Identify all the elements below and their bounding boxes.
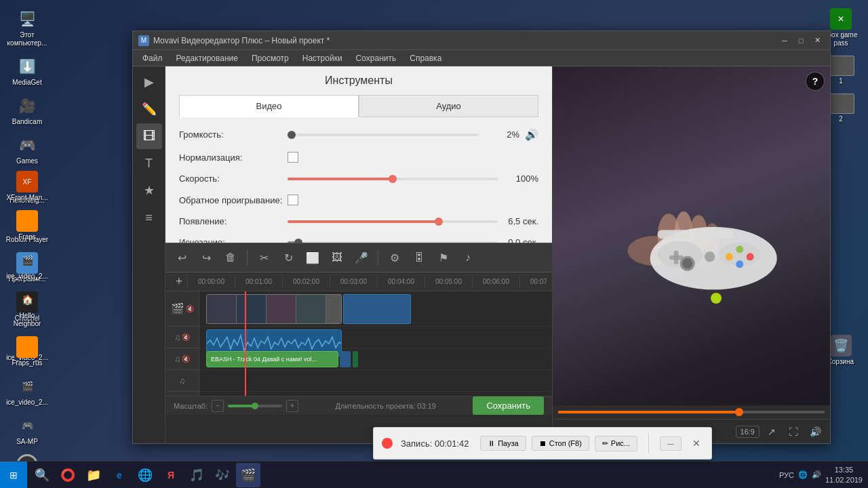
record-indicator [382,438,393,449]
fadeout-slider[interactable] [288,241,498,243]
tool-play-btn[interactable]: ▶ [136,69,162,95]
music-button[interactable]: ♪ [457,247,479,268]
stop-button[interactable]: ⏹ Стоп (F8) [532,436,589,451]
start-button[interactable]: ⊞ [0,462,27,489]
svg-point-12 [747,253,754,260]
preview-scrubber[interactable] [553,405,830,419]
normalize-label: Нормализация: [179,152,288,163]
minimize-button[interactable]: ─ [777,35,792,47]
scrubber-thumb[interactable] [735,408,743,416]
reverse-checkbox[interactable] [288,195,298,205]
zoom-in-button[interactable]: + [286,400,298,412]
undo-button[interactable]: ↩ [171,247,193,268]
audio-ext-blue [340,351,351,367]
volume-slider[interactable] [288,134,479,136]
tools-title: Инструменты [165,66,552,95]
timeline-add-button[interactable]: + [171,274,187,290]
ruler-mark-0: 00:00:00 [187,275,235,288]
aspect-ratio-button[interactable]: 16:9 [736,426,760,438]
desktop-icon-helloneighbor[interactable]: 🏠 Hello Neighbor [3,286,52,331]
scrubber-bar[interactable] [558,411,825,413]
fadein-slider[interactable] [288,220,498,223]
hand-scene: ? [553,66,830,405]
cut-button[interactable]: ✂ [253,247,275,268]
taskbar-icons: 🔍 ⭕ 📁 e 🌐 Я 🎵 🎶 🎬 [27,463,263,487]
taskbar-app[interactable]: 🎬 [236,463,260,487]
tool-menu-btn[interactable]: ≡ [136,205,162,230]
desktop-icon-fraps[interactable]: Fraps [3,207,52,244]
ruler-marks: 00:00:00 00:01:00 00:02:00 00:03:00 00:0… [187,275,547,288]
taskbar-winamp[interactable]: 🎵 [184,463,209,487]
close-popup-button[interactable]: ✕ [690,436,703,450]
green-audio-clip[interactable]: EBASH - Track 04 Давай с нами! vol... [206,351,338,367]
tool-film-btn[interactable]: 🎞 [136,123,162,149]
video-track [199,291,552,327]
close-button[interactable]: ✕ [810,35,825,47]
rotate-button[interactable]: ↻ [277,247,299,268]
taskbar-chrome[interactable]: 🌐 [133,463,157,487]
settings-button[interactable]: ⚙ [384,247,406,268]
tool-pencil-btn[interactable]: ✏️ [136,96,162,122]
record-controls: ⏸ Пауза ⏹ Стоп (F8) ✏ Рис... [480,436,637,451]
delete-button[interactable]: 🗑 [220,247,241,268]
desktop-icon-xfrontman[interactable]: XF XFront-Man... [3,168,52,205]
tab-audio[interactable]: Аудио [359,95,538,117]
tray-lang: РУС [779,471,794,479]
taskbar-time: 13:35 11.02.2019 [825,465,863,485]
record-popup: Запись: 00:01:42 ⏸ Пауза ⏹ Стоп (F8) ✏ Р… [373,427,712,460]
fullscreen-button[interactable]: ⛶ [784,422,803,441]
menu-save[interactable]: Сохранить [349,52,403,64]
pen-button[interactable]: ✏ Рис... [595,436,637,451]
pause-button[interactable]: ⏸ Пауза [480,436,526,451]
desktop-icon-mediaget[interactable]: ⬇️ MediaGet [3,53,52,89]
speed-label: Скорость: [179,174,288,184]
preview-volume-button[interactable]: 🔊 [806,422,825,441]
tool-star-btn[interactable]: ★ [136,178,162,203]
ruler-mark-3: 00:03:00 [330,275,377,288]
taskbar-search[interactable]: 🔍 [30,463,54,487]
desktop-icon-icevideo2[interactable]: 🎬 ice_video_2... [3,247,52,283]
taskbar-yandex[interactable]: Я [159,463,183,487]
scale-slider[interactable] [228,405,282,407]
export-button[interactable]: ↗ [762,422,781,441]
redo-button[interactable]: ↪ [195,247,217,268]
pen-icon: ✏ [602,439,608,448]
save-button[interactable]: Сохранить [473,396,544,415]
taskbar-explorer[interactable]: 📁 [81,463,106,487]
timeline-header: + 00:00:00 00:01:00 00:02:00 00:03:00 00… [165,272,552,291]
taskbar-cortana[interactable]: ⭕ [56,463,80,487]
video-clip[interactable] [206,294,342,324]
menu-settings[interactable]: Настройки [296,52,349,64]
speed-slider[interactable] [288,178,498,180]
taskbar-edge[interactable]: e [107,463,132,487]
desktop-icon-frapsrus[interactable]: Fraps_rus [3,333,52,370]
desktop-icon-icevideo3[interactable]: 🎬 ice_video_2... [3,373,52,409]
app-window: M Movavi Видеоредактор Плюс – Новый прое… [132,30,831,444]
tab-video[interactable]: Видео [179,95,359,117]
ruler-mark-5: 00:05:00 [425,275,472,288]
left-toolbar: ▶ ✏️ 🎞 T ★ ≡ [133,66,165,443]
normalize-checkbox[interactable] [288,152,298,163]
menu-help[interactable]: Справка [403,52,448,64]
maximize-button[interactable]: □ [793,35,808,47]
taskbar-winamp2[interactable]: 🎶 [210,463,235,487]
mic-button[interactable]: 🎤 [351,247,372,268]
minimize-popup-button[interactable]: — [660,436,682,451]
trim-button[interactable]: ⬜ [302,247,323,268]
timeline-area: + 00:00:00 00:01:00 00:02:00 00:03:00 00… [165,272,552,415]
desktop-icon-computer[interactable]: 🖥️ Этот компьютер... [3,5,52,50]
zoom-out-button[interactable]: − [212,400,224,412]
clip-thumb-4 [296,295,326,324]
flag-button[interactable]: ⚑ [433,247,454,268]
svg-point-13 [736,260,744,268]
tool-text-btn[interactable]: T [136,150,162,176]
menu-view[interactable]: Просмотр [245,52,296,64]
help-button[interactable]: ? [806,72,825,91]
desktop-icon-bandicam[interactable]: 🎥 Bandicam [3,92,52,129]
menu-edit[interactable]: Редактирование [170,52,245,64]
mix-button[interactable]: 🎛 [408,247,430,268]
desktop-icon-samp[interactable]: 🎮 SA-MP [3,412,52,449]
ruler-mark-1: 00:01:00 [235,275,282,288]
menu-file[interactable]: Файл [136,52,170,64]
photo-button[interactable]: 🖼 [326,247,348,268]
